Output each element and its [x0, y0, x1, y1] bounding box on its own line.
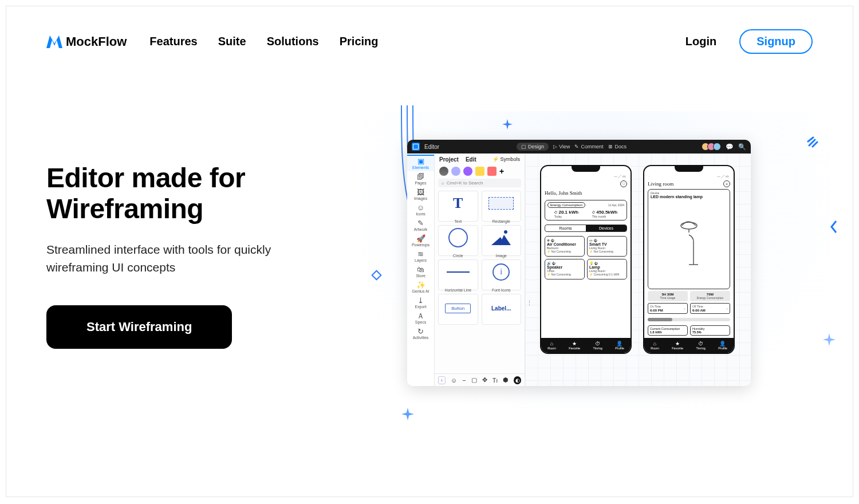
brightness-slider[interactable]	[648, 318, 730, 321]
login-link[interactable]: Login	[685, 35, 716, 48]
phone-notch	[644, 166, 734, 174]
element-rectangle[interactable]: Rectangle	[482, 191, 522, 222]
elements-palette: Project Edit ⚡ Symbols + ⌕ Cmd+K	[435, 153, 525, 386]
mode-docs[interactable]: 🗎 Docs	[608, 144, 627, 149]
rail-icons[interactable]: ☺Icons	[407, 202, 434, 218]
hero-subtitle: Streamlined interface with tools for qui…	[46, 241, 333, 277]
phone-notch	[541, 166, 631, 174]
tool-text-icon[interactable]: TI	[492, 377, 498, 384]
lamp-illustration	[651, 199, 727, 287]
segment-rooms-devices[interactable]: RoomsDevices	[545, 225, 627, 232]
tab-symbols[interactable]: ⚡ Symbols	[492, 156, 520, 163]
rail-genius-ai[interactable]: ✨Genius AI	[407, 279, 434, 295]
pack-icon[interactable]	[475, 167, 484, 176]
element-label[interactable]: Label...	[482, 294, 522, 325]
tool-contrast-icon[interactable]: ◐	[514, 376, 521, 384]
rail-specs[interactable]: ＡSpecs	[407, 310, 434, 326]
editor-preview: Editor ▢ Design ▷ View ✎ Comment 🗎 Docs …	[407, 140, 751, 386]
hero-title-line2: Wireframing	[46, 194, 203, 224]
svg-line-2	[808, 137, 813, 141]
svg-line-1	[813, 142, 817, 147]
nav-pricing[interactable]: Pricing	[340, 35, 379, 48]
top-nav: MockFlow Features Suite Solutions Pricin…	[6, 6, 853, 54]
layout-icon[interactable]	[412, 143, 420, 151]
phone-tabbar[interactable]: ⌂Room ★Favorite ⏱Timing 👤Profile	[644, 338, 734, 353]
phone-statusbar: ·⋯ ⋰ ▭	[644, 174, 734, 178]
pack-icon[interactable]	[487, 167, 497, 176]
hero-title-line1: Editor made for	[46, 163, 245, 193]
bell-icon[interactable]: ♡	[620, 180, 627, 187]
element-font-icons[interactable]: iFont Icons	[482, 259, 522, 290]
collaborator-avatars[interactable]	[704, 143, 721, 151]
element-image[interactable]: Image	[482, 225, 522, 256]
element-circle[interactable]: Circle	[438, 225, 478, 256]
rail-store[interactable]: 🛍Store	[407, 264, 434, 279]
logo-mark-icon	[46, 36, 62, 48]
rail-elements[interactable]: ▣Elements	[407, 155, 434, 171]
rail-export[interactable]: ⤓Export	[407, 295, 434, 310]
rail-layers[interactable]: ≋Layers	[407, 249, 434, 264]
phone-statusbar: ·⋯ ⋰ ▭	[541, 174, 631, 178]
sparkle-icon	[823, 333, 836, 346]
editor-topbar: Editor ▢ Design ▷ View ✎ Comment 🗎 Docs …	[407, 140, 751, 153]
brand-logo[interactable]: MockFlow	[46, 34, 127, 49]
pack-icon[interactable]	[463, 167, 472, 176]
editor-canvas[interactable]: ·⋯ ⋰ ▭ ♡ Hello, John Smith Energy Consum…	[525, 153, 751, 386]
chevron-left-icon	[829, 220, 838, 234]
device-card[interactable]: 🔊 ⏻SpeakerOffice⚡ Not Consuming	[545, 259, 585, 279]
svg-point-3	[681, 222, 697, 229]
nav-suite[interactable]: Suite	[218, 35, 246, 48]
tab-edit[interactable]: Edit	[466, 156, 476, 163]
pack-icon[interactable]	[439, 167, 448, 176]
phone-frame-home[interactable]: ·⋯ ⋰ ▭ ♡ Hello, John Smith Energy Consum…	[540, 165, 632, 354]
phone-frame-device[interactable]: ·⋯ ⋰ ▭ Living room+ Device LED modern st…	[643, 165, 735, 354]
nav-items: Features Suite Solutions Pricing	[149, 35, 378, 48]
tool-cube-icon[interactable]: ⬢	[503, 376, 509, 384]
nav-solutions[interactable]: Solutions	[267, 35, 319, 48]
burst-lines-icon	[807, 131, 824, 148]
add-pack-icon[interactable]: +	[499, 167, 504, 176]
left-rail: ▣Elements 🗐Pages 🖼Images ☺Icons ✎Artwork…	[407, 153, 435, 386]
tool-emoji-icon[interactable]: ☺	[451, 377, 457, 384]
editor-title: Editor	[424, 144, 439, 150]
tool-minus-icon[interactable]: −	[462, 377, 466, 384]
palette-search[interactable]: ⌕ Cmd+K to Search	[438, 179, 521, 187]
off-time-field[interactable]: Off Time6:00 AM˅	[690, 303, 730, 314]
device-card[interactable]: ▭ ⏻Smart TVLiving Room⚡ Not Consuming	[587, 236, 627, 257]
back-icon[interactable]: ‹	[438, 376, 446, 384]
rail-images[interactable]: 🖼Images	[407, 187, 434, 202]
phone-tabbar[interactable]: ⌂Room ★Favorite ⏱Timing 👤Profile	[541, 338, 631, 353]
mode-comment[interactable]: ✎ Comment	[574, 144, 603, 149]
rail-pages[interactable]: 🗐Pages	[407, 171, 434, 187]
tab-project[interactable]: Project	[439, 156, 459, 163]
mode-design-pill[interactable]: ▢ Design	[517, 143, 549, 151]
palette-toolbar: ‹ ☺ − ▢ ✥ TI ⬢ ◐	[435, 373, 525, 386]
hero-graphic: Editor ▢ Design ▷ View ✎ Comment 🗎 Docs …	[367, 140, 813, 386]
room-title: Living room	[648, 181, 673, 187]
chat-icon[interactable]: 💬	[726, 143, 734, 151]
signup-button[interactable]: Signup	[739, 29, 813, 54]
tool-move-icon[interactable]: ✥	[482, 376, 487, 384]
rail-artwork[interactable]: ✎Artwork	[407, 218, 434, 233]
pack-icon[interactable]	[451, 167, 460, 176]
device-name: LED modern standing lamp	[651, 195, 727, 199]
add-icon[interactable]: +	[723, 180, 730, 187]
sparkle-icon	[401, 408, 414, 420]
greeting: Hello, John Smith	[545, 190, 627, 196]
rail-activities[interactable]: ↻Activities	[407, 326, 434, 341]
rail-powerups[interactable]: 🚀Powerups	[407, 233, 434, 249]
sparkle-icon	[502, 119, 513, 129]
start-wireframing-button[interactable]: Start Wireframing	[46, 305, 232, 349]
tool-square-icon[interactable]: ▢	[471, 376, 477, 384]
device-card[interactable]: ❄ ⏻Air ConditionerBedroom⚡ Not Consuming	[545, 236, 585, 257]
energy-card: Energy Consumption11 Apr, 2024 ⏱ 20.1 kW…	[545, 200, 627, 220]
search-icon[interactable]: 🔍	[738, 143, 746, 151]
element-hline[interactable]: Horizontal Line	[438, 259, 478, 290]
element-button[interactable]: Button	[438, 294, 478, 325]
nav-features[interactable]: Features	[149, 35, 197, 48]
overflow-menu-icon[interactable]: ⋮	[526, 300, 533, 307]
on-time-field[interactable]: On Time6:00 PM˅	[648, 303, 688, 314]
device-card[interactable]: 💡 ⏻LampLiving Room⚡ Consuming 0.1 kWh	[587, 259, 627, 279]
mode-view[interactable]: ▷ View	[553, 144, 570, 149]
element-text[interactable]: TText	[438, 191, 478, 222]
